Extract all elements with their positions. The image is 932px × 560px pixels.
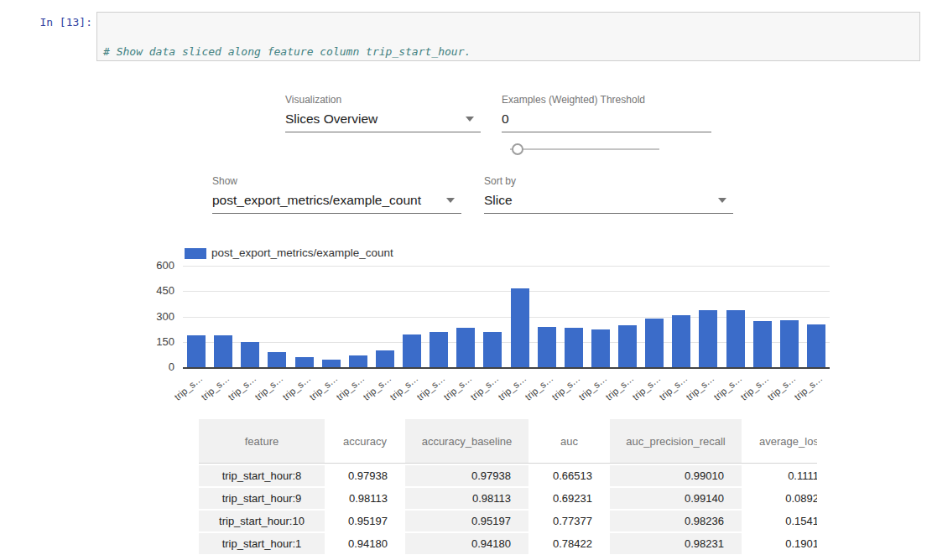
column-header-accuracy_baseline[interactable]: accuracy_baseline xyxy=(405,419,528,464)
bar[interactable] xyxy=(376,350,394,367)
table-row: trip_start_hour:80.979380.979380.665130.… xyxy=(199,464,817,486)
threshold-input[interactable]: 0 xyxy=(502,111,509,127)
code-cell[interactable]: # Show data sliced along feature column … xyxy=(96,12,920,61)
metric-cell: 0.78422 xyxy=(528,531,610,554)
visualization-dropdown[interactable]: Visualization Slices Overview xyxy=(285,94,481,132)
show-label: Show xyxy=(212,175,461,187)
sort-by-dropdown[interactable]: Sort by Slice xyxy=(484,175,733,214)
y-axis-tick: 0 xyxy=(126,360,174,373)
bar[interactable] xyxy=(241,342,259,367)
metric-cell: 0.95197 xyxy=(325,509,405,531)
metric-cell: 0.77377 xyxy=(528,509,610,531)
column-header-auc_precision_recall[interactable]: auc_precision_recall xyxy=(610,419,742,464)
column-header-auc[interactable]: auc xyxy=(528,419,610,464)
chevron-down-icon[interactable] xyxy=(718,198,726,203)
bar[interactable] xyxy=(672,315,690,367)
metric-cell: 0.98236 xyxy=(610,509,742,531)
table-row: trip_start_hour:10.941800.941800.784220.… xyxy=(199,531,817,554)
metric-cell: 0.66513 xyxy=(528,464,610,486)
metric-cell: 0.94180 xyxy=(325,531,405,554)
y-axis-tick: 600 xyxy=(126,259,174,272)
gridline xyxy=(183,291,830,292)
metric-cell: 0.97938 xyxy=(325,464,405,486)
metric-cell: 0.98231 xyxy=(610,531,742,554)
cell-prompt: In [13]: xyxy=(30,16,92,29)
bar[interactable] xyxy=(753,321,772,367)
sort-by-value: Slice xyxy=(484,193,513,208)
bar[interactable] xyxy=(322,360,341,367)
metrics-table: featureaccuracyaccuracy_baselineaucauc_p… xyxy=(199,419,817,554)
feature-cell: trip_start_hour:8 xyxy=(199,464,325,486)
metric-cell: 0.0892 xyxy=(742,486,817,509)
bar[interactable] xyxy=(403,334,421,367)
threshold-input-group: Examples (Weighted) Threshold 0 xyxy=(502,94,711,132)
metric-cell: 0.97938 xyxy=(405,464,528,486)
legend-label: post_export_metrics/example_count xyxy=(211,246,393,259)
feature-cell: trip_start_hour:1 xyxy=(199,531,325,554)
bar[interactable] xyxy=(645,319,664,367)
table-row: trip_start_hour:90.981130.981130.692310.… xyxy=(199,486,817,509)
y-axis-tick: 300 xyxy=(126,310,174,323)
bar[interactable] xyxy=(699,310,717,367)
metric-cell: 0.95197 xyxy=(405,509,528,531)
bar[interactable] xyxy=(538,327,556,367)
chevron-down-icon[interactable] xyxy=(446,198,455,203)
show-value: post_export_metrics/example_count xyxy=(212,193,421,208)
bar[interactable] xyxy=(187,335,206,367)
show-metric-dropdown[interactable]: Show post_export_metrics/example_count xyxy=(212,175,461,214)
bar[interactable] xyxy=(591,329,610,367)
bar[interactable] xyxy=(780,320,799,367)
bar[interactable] xyxy=(295,357,314,367)
metric-cell: 0.1541 xyxy=(742,509,817,531)
metric-cell: 0.98113 xyxy=(325,486,405,509)
metric-cell: 0.99140 xyxy=(610,486,742,509)
metric-cell: 0.1111 xyxy=(742,464,817,486)
metrics-table-container[interactable]: featureaccuracyaccuracy_baselineaucauc_p… xyxy=(199,419,817,560)
slider-thumb[interactable] xyxy=(512,143,523,155)
bar[interactable] xyxy=(214,335,232,367)
bar[interactable] xyxy=(618,325,637,367)
notebook-page: In [13]: # Show data sliced along featur… xyxy=(0,0,932,560)
bar[interactable] xyxy=(456,328,475,367)
bar[interactable] xyxy=(349,355,367,367)
bar[interactable] xyxy=(807,324,825,367)
legend-swatch xyxy=(185,248,206,259)
sort-by-label: Sort by xyxy=(484,175,733,187)
visualization-label: Visualization xyxy=(285,94,481,106)
gridline xyxy=(183,266,830,267)
metric-cell: 0.99010 xyxy=(610,464,742,486)
metric-cell: 0.69231 xyxy=(528,486,610,509)
x-axis-line xyxy=(183,367,830,369)
visualization-value: Slices Overview xyxy=(285,111,377,127)
bar[interactable] xyxy=(268,352,286,367)
y-axis-tick: 150 xyxy=(126,335,174,348)
y-axis-tick: 450 xyxy=(126,284,174,297)
bar[interactable] xyxy=(726,310,745,367)
bar[interactable] xyxy=(565,328,583,367)
code-line-1: # Show data sliced along feature column … xyxy=(103,44,914,59)
feature-cell: trip_start_hour:9 xyxy=(199,486,325,509)
table-header-row: featureaccuracyaccuracy_baselineaucauc_p… xyxy=(199,419,817,464)
chevron-down-icon[interactable] xyxy=(466,117,474,122)
bar[interactable] xyxy=(511,288,529,367)
metric-cell: 0.98113 xyxy=(405,486,528,509)
table-row: trip_start_hour:100.951970.951970.773770… xyxy=(199,509,817,531)
column-header-accuracy[interactable]: accuracy xyxy=(325,419,405,464)
column-header-average_los[interactable]: average_los xyxy=(742,419,817,464)
bar[interactable] xyxy=(430,332,448,367)
bar[interactable] xyxy=(483,332,502,367)
metric-cell: 0.1901 xyxy=(742,531,817,554)
threshold-label: Examples (Weighted) Threshold xyxy=(502,94,711,106)
metric-cell: 0.94180 xyxy=(405,531,528,554)
slider-track[interactable] xyxy=(510,148,659,150)
threshold-slider[interactable] xyxy=(510,143,659,156)
feature-cell: trip_start_hour:10 xyxy=(199,509,325,531)
column-header-feature[interactable]: feature xyxy=(199,419,325,464)
